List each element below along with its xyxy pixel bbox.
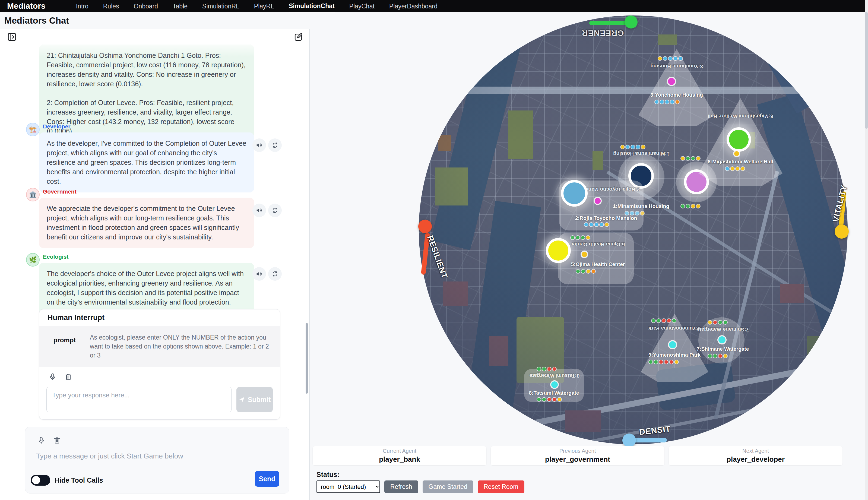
room-select[interactable]: room_0 (Started) [317,480,380,493]
site-dot-cyan[interactable] [551,382,558,388]
refresh-icon[interactable] [268,267,282,281]
stat-dots [655,100,679,104]
refresh-icon[interactable] [268,204,282,217]
submit-button[interactable]: Submit [237,387,273,412]
options-message-bubble: 21: Chintaijutaku Oshima Yonchome Danchi… [39,45,254,142]
tab-simulationchat[interactable]: SimulationChat [289,0,335,12]
stat-dots [708,354,727,358]
interrupt-title: Human Interrupt [39,309,280,326]
developer-message-bubble: As the developer, I've committed to the … [39,133,254,192]
current-agent-card: Current Agent player_bank [313,446,487,465]
tab-table[interactable]: Table [173,0,187,12]
mic-icon[interactable] [48,373,57,381]
next-agent-label: Next Agent [742,448,769,454]
send-button[interactable]: Send [255,471,279,487]
game-started-button[interactable]: Game Started [423,480,473,493]
tab-playerdashboard[interactable]: PlayerDashboard [389,0,437,12]
interrupt-prompt-row: prompt As ecologist, please enter ONLY t… [39,326,280,367]
density-gauge-bar [634,438,667,442]
site-dot-cyan[interactable] [669,341,676,348]
current-agent-name: player_bank [379,455,420,464]
scroll-fade [39,45,254,57]
next-agent-card: Next Agent player_developer [669,446,843,465]
tab-simulationrl[interactable]: SimulationRL [202,0,239,12]
speaker-icon[interactable] [252,267,266,281]
refresh-icon[interactable] [268,138,282,152]
site-marker-yellow[interactable] [546,238,571,263]
trash-icon[interactable] [64,373,72,381]
resilient-gauge-knob[interactable] [418,219,432,233]
vitality-gauge-knob[interactable] [835,225,849,239]
ecologist-message-bubble: The developer's choice of the Outer Leve… [39,263,254,313]
government-building-icon: 🏛️ [29,191,37,198]
compose-icon[interactable] [294,32,304,42]
stat-dots [571,236,590,239]
site-label: 7:Shimane Watergate [687,346,758,352]
site-label: 5:Ojima Health Center [566,261,630,268]
page-scrollbar-thumb[interactable] [865,12,868,129]
vitality-gauge-label: VITALITY [831,184,849,223]
speaker-icon[interactable] [252,138,266,152]
chat-scrollbar-thumb[interactable] [306,323,308,394]
tab-intro[interactable]: Intro [76,0,89,12]
status-label: Status: [317,471,340,479]
site-dot-yellow[interactable] [582,252,587,257]
site-marker-green[interactable] [727,127,751,152]
density-gauge-label: DENSIT [639,424,671,437]
site-label-mirrored: 5:Ojima Health Center [571,241,625,247]
option-2-text: 2: Completion of Outer Levee. Pros: Feas… [47,98,247,136]
stat-dots [649,360,678,364]
human-interrupt-card: Human Interrupt prompt As ecologist, ple… [39,309,280,420]
stat-dots [708,321,727,324]
app-brand: Mediators [7,1,46,11]
site-dot-magenta[interactable] [668,78,675,85]
stat-dots [681,204,700,208]
composer-placeholder[interactable]: Type a message or just click Start Game … [36,452,183,461]
site-label: 3:Yonchome Housing [639,92,715,98]
speaker-icon[interactable] [252,204,266,217]
government-message-bubble: We appreciate the developer's commitment… [39,197,254,248]
refresh-button[interactable]: Refresh [384,480,418,493]
interrupt-response-input[interactable] [46,387,231,412]
tab-playchat[interactable]: PlayChat [349,0,375,12]
reset-room-button[interactable]: Reset Room [478,480,524,493]
previous-agent-card: Previous Agent player_government [491,446,664,465]
next-agent-name: player_developer [727,455,785,464]
hide-tool-calls-label: Hide Tool Calls [55,476,103,484]
previous-agent-label: Previous Agent [559,448,596,454]
developer-avatar: 🏗️ [26,123,39,136]
tab-playrl[interactable]: PlayRL [254,0,274,12]
submit-label: Submit [248,396,271,404]
site-dot-yellow[interactable] [734,151,739,156]
site-label-mirrored: 8:Tatsumi Watergate [525,373,584,379]
agent-cards-row: Current Agent player_bank Previous Agent… [313,446,843,465]
site-dot-cyan[interactable] [718,336,726,343]
prompt-field-key: prompt [39,333,90,360]
tab-onboard[interactable]: Onboard [134,0,158,12]
site-label: 6:Migashitomi Welfare Hall [703,159,778,165]
stat-dots [576,270,595,273]
greener-gauge-knob[interactable] [625,15,638,29]
current-agent-label: Current Agent [383,448,416,454]
site-dot-magenta[interactable] [595,198,601,204]
stat-dots [726,167,744,170]
crane-icon: 🏗️ [29,126,37,133]
mic-icon[interactable] [37,436,45,444]
page-scrollbar[interactable] [865,0,868,500]
stat-dots [681,157,700,160]
tab-rules[interactable]: Rules [103,0,119,12]
density-gauge-knob[interactable] [623,433,636,447]
site-label-mirrored: 2:Rojia Toyocho Mansion [585,186,640,192]
trash-icon[interactable] [53,436,61,444]
stat-dots [537,398,561,401]
site-marker-skyblue[interactable] [561,180,587,207]
site-label-mirrored: 7:Shimane Watergate [690,327,755,332]
developer-role-label: Developer [43,123,71,130]
site-panel [558,232,634,284]
hide-tool-calls-toggle[interactable] [31,475,50,486]
government-role-label: Government [43,189,77,195]
government-avatar: 🏛️ [26,188,39,202]
collapse-sidebar-icon[interactable] [7,32,17,42]
prompt-field-text: As ecologist, please enter ONLY the NUMB… [90,333,269,360]
send-plane-icon [239,396,245,403]
